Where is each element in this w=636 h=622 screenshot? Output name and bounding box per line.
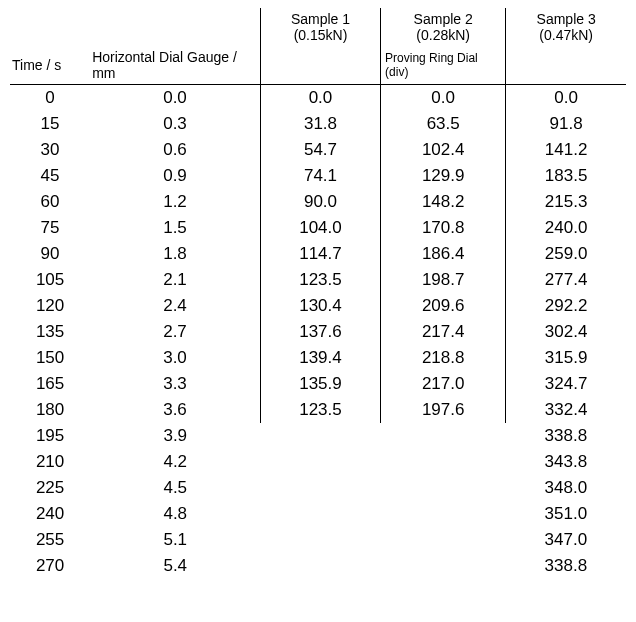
data-table: Sample 1 (0.15kN) Sample 2 (0.28kN) Samp… — [10, 8, 626, 579]
header-blank-2 — [90, 8, 260, 46]
cell-sample1 — [260, 501, 380, 527]
cell-time: 165 — [10, 371, 90, 397]
cell-sample1: 123.5 — [260, 267, 380, 293]
cell-time: 225 — [10, 475, 90, 501]
table-body: 00.00.00.00.0150.331.863.591.8300.654.71… — [10, 85, 626, 580]
table-row: 751.5104.0170.8240.0 — [10, 215, 626, 241]
cell-sample2: 170.8 — [381, 215, 506, 241]
cell-sample3: 183.5 — [506, 163, 626, 189]
cell-sample3: 324.7 — [506, 371, 626, 397]
cell-sample3: 277.4 — [506, 267, 626, 293]
table-row: 1803.6123.5197.6332.4 — [10, 397, 626, 423]
table-row: 2104.2343.8 — [10, 449, 626, 475]
cell-sample3: 338.8 — [506, 553, 626, 579]
cell-gauge: 1.5 — [90, 215, 260, 241]
cell-gauge: 5.4 — [90, 553, 260, 579]
cell-sample3: 338.8 — [506, 423, 626, 449]
cell-time: 195 — [10, 423, 90, 449]
cell-time: 30 — [10, 137, 90, 163]
cell-gauge: 2.1 — [90, 267, 260, 293]
cell-sample1: 54.7 — [260, 137, 380, 163]
cell-time: 240 — [10, 501, 90, 527]
cell-time: 60 — [10, 189, 90, 215]
cell-gauge: 2.7 — [90, 319, 260, 345]
cell-sample3: 347.0 — [506, 527, 626, 553]
table-row: 901.8114.7186.4259.0 — [10, 241, 626, 267]
header-proving: Proving Ring Dial (div) — [381, 46, 506, 85]
cell-gauge: 1.8 — [90, 241, 260, 267]
cell-sample2 — [381, 475, 506, 501]
cell-sample2 — [381, 527, 506, 553]
cell-gauge: 4.5 — [90, 475, 260, 501]
header-sample3: Sample 3 (0.47kN) — [506, 8, 626, 46]
header-gauge: Horizontal Dial Gauge / mm — [90, 46, 260, 85]
cell-sample2 — [381, 423, 506, 449]
cell-time: 135 — [10, 319, 90, 345]
cell-sample2: 209.6 — [381, 293, 506, 319]
cell-sample1: 130.4 — [260, 293, 380, 319]
cell-time: 150 — [10, 345, 90, 371]
cell-sample2 — [381, 501, 506, 527]
cell-sample2: 197.6 — [381, 397, 506, 423]
cell-time: 210 — [10, 449, 90, 475]
cell-sample3: 343.8 — [506, 449, 626, 475]
table-row: 1503.0139.4218.8315.9 — [10, 345, 626, 371]
cell-gauge: 0.3 — [90, 111, 260, 137]
cell-gauge: 3.6 — [90, 397, 260, 423]
cell-sample1: 31.8 — [260, 111, 380, 137]
header-time: Time / s — [10, 46, 90, 85]
cell-sample2 — [381, 553, 506, 579]
cell-sample3: 332.4 — [506, 397, 626, 423]
cell-sample2: 63.5 — [381, 111, 506, 137]
cell-sample2: 218.8 — [381, 345, 506, 371]
cell-sample3: 141.2 — [506, 137, 626, 163]
table-row: 2254.5348.0 — [10, 475, 626, 501]
cell-sample3: 302.4 — [506, 319, 626, 345]
cell-sample3: 351.0 — [506, 501, 626, 527]
cell-sample1 — [260, 449, 380, 475]
cell-gauge: 5.1 — [90, 527, 260, 553]
header-sample1: Sample 1 (0.15kN) — [260, 8, 380, 46]
cell-sample1: 135.9 — [260, 371, 380, 397]
cell-sample1 — [260, 527, 380, 553]
cell-sample1 — [260, 553, 380, 579]
table-row: 1653.3135.9217.0324.7 — [10, 371, 626, 397]
header-s1-blank — [260, 46, 380, 85]
cell-sample2 — [381, 449, 506, 475]
cell-time: 120 — [10, 293, 90, 319]
cell-gauge: 3.3 — [90, 371, 260, 397]
table-row: 2705.4338.8 — [10, 553, 626, 579]
cell-gauge: 1.2 — [90, 189, 260, 215]
cell-sample1 — [260, 423, 380, 449]
cell-sample1 — [260, 475, 380, 501]
cell-sample3: 215.3 — [506, 189, 626, 215]
table-row: 450.974.1129.9183.5 — [10, 163, 626, 189]
header-blank-1 — [10, 8, 90, 46]
cell-sample3: 0.0 — [506, 85, 626, 112]
cell-sample1: 74.1 — [260, 163, 380, 189]
cell-sample1: 90.0 — [260, 189, 380, 215]
cell-gauge: 3.9 — [90, 423, 260, 449]
table-row: 00.00.00.00.0 — [10, 85, 626, 112]
cell-sample2: 102.4 — [381, 137, 506, 163]
cell-sample2: 217.0 — [381, 371, 506, 397]
cell-gauge: 0.9 — [90, 163, 260, 189]
table-row: 300.654.7102.4141.2 — [10, 137, 626, 163]
cell-gauge: 0.6 — [90, 137, 260, 163]
table-row: 1352.7137.6217.4302.4 — [10, 319, 626, 345]
cell-sample2: 186.4 — [381, 241, 506, 267]
cell-gauge: 4.8 — [90, 501, 260, 527]
cell-sample3: 240.0 — [506, 215, 626, 241]
table-row: 2404.8351.0 — [10, 501, 626, 527]
cell-time: 0 — [10, 85, 90, 112]
table-row: 601.290.0148.2215.3 — [10, 189, 626, 215]
cell-sample2: 0.0 — [381, 85, 506, 112]
cell-sample1: 139.4 — [260, 345, 380, 371]
cell-sample3: 292.2 — [506, 293, 626, 319]
cell-gauge: 4.2 — [90, 449, 260, 475]
cell-sample2: 198.7 — [381, 267, 506, 293]
cell-gauge: 3.0 — [90, 345, 260, 371]
cell-gauge: 0.0 — [90, 85, 260, 112]
table-row: 1202.4130.4209.6292.2 — [10, 293, 626, 319]
cell-time: 270 — [10, 553, 90, 579]
